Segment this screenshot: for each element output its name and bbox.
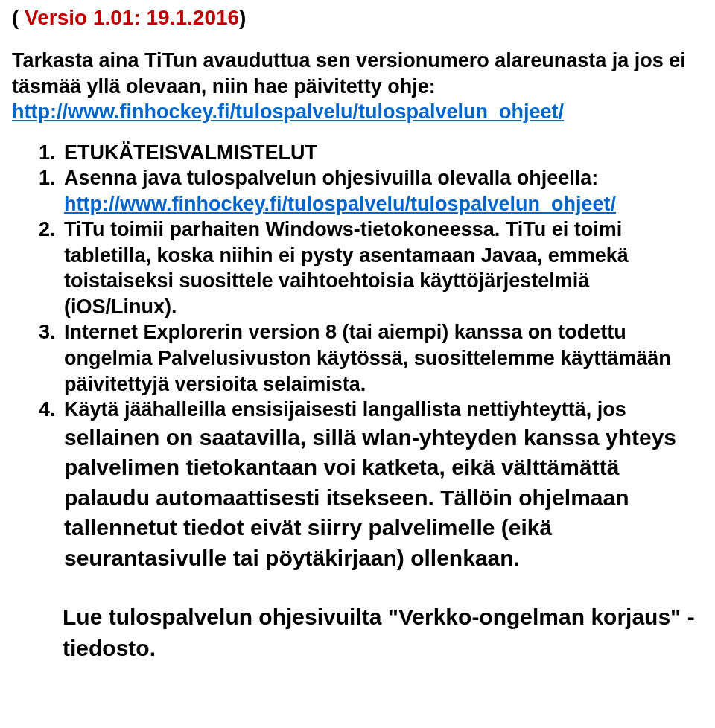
closing-paragraph: Lue tulospalvelun ohjesivuilta "Verkko-o…	[63, 601, 703, 664]
item-4: Käytä jäähalleilla ensisijaisesti langal…	[61, 397, 703, 573]
instructions-list: Asenna java tulospalvelun ohjesivuilla o…	[12, 165, 703, 573]
item-1-link[interactable]: http://www.finhockey.fi/tulospalvelu/tul…	[64, 193, 616, 215]
version-text: Versio 1.01: 19.1.2016	[25, 6, 239, 29]
item-2: TiTu toimii parhaiten Windows-tietokonee…	[61, 217, 703, 319]
open-paren: (	[12, 6, 25, 29]
list-heading-text: ETUKÄTEISVALMISTELUT	[64, 141, 317, 164]
close-paren: )	[239, 6, 246, 29]
item-4-big: sellainen on saatavilla, sillä wlan-yhte…	[64, 425, 676, 570]
item-1-text: Asenna java tulospalvelun ohjesivuilla o…	[64, 167, 598, 189]
item-4-lead: Käytä jäähalleilla ensisijaisesti langal…	[64, 398, 626, 421]
intro-link[interactable]: http://www.finhockey.fi/tulospalvelu/tul…	[12, 100, 564, 123]
closing-text: Lue tulospalvelun ohjesivuilta "Verkko-o…	[63, 604, 695, 660]
intro-text: Tarkasta aina TiTun avauduttua sen versi…	[12, 49, 686, 98]
intro-paragraph: Tarkasta aina TiTun avauduttua sen versi…	[12, 48, 703, 125]
item-3-text: Internet Explorerin version 8 (tai aiemp…	[64, 321, 671, 395]
item-3: Internet Explorerin version 8 (tai aiemp…	[61, 319, 703, 397]
list-item-heading: ETUKÄTEISVALMISTELUT	[61, 140, 703, 166]
item-2-text: TiTu toimii parhaiten Windows-tietokonee…	[64, 218, 629, 318]
version-line: ( Versio 1.01: 19.1.2016)	[12, 6, 703, 30]
document-page: ( Versio 1.01: 19.1.2016) Tarkasta aina …	[0, 0, 715, 676]
item-1: Asenna java tulospalvelun ohjesivuilla o…	[61, 165, 703, 217]
prep-list: ETUKÄTEISVALMISTELUT	[12, 140, 703, 166]
